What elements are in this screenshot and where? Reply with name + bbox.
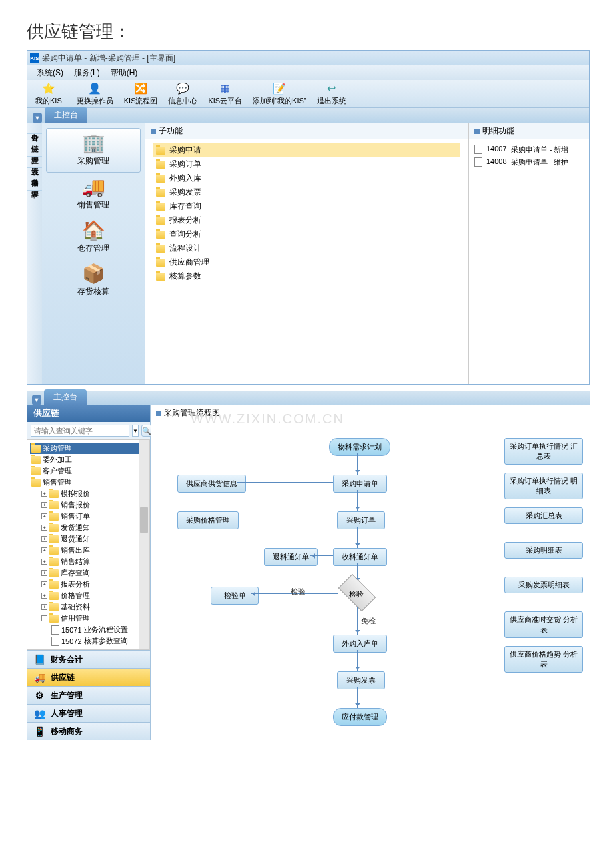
tree-node-12[interactable]: +报表分析 [30, 579, 147, 590]
tree-node-2[interactable]: 客户管理 [30, 465, 147, 477]
tree-node-16[interactable]: 15071 业务流程设置 [30, 624, 147, 635]
tree-node-11[interactable]: +库存查询 [30, 567, 147, 579]
nav-item-1[interactable]: 🚚销售管理 [42, 173, 145, 216]
app-icon: KIS [30, 53, 39, 63]
toolbar-btn-0[interactable]: ⭐我的KIS [30, 80, 67, 107]
side-report-2[interactable]: 采购汇总表 [504, 507, 583, 524]
scrollbar[interactable] [139, 440, 149, 649]
expand-icon[interactable]: + [41, 593, 47, 599]
tab-arrow-icon[interactable]: ▼ [33, 113, 42, 123]
expand-icon[interactable]: + [41, 525, 47, 531]
vtab-2[interactable]: 生产管理 [27, 145, 42, 157]
menu-help[interactable]: 帮助(H) [107, 66, 142, 80]
tree-node-3[interactable]: 销售管理 [30, 477, 147, 488]
sub-item-3[interactable]: 采购发票 [153, 185, 460, 199]
vtab-1[interactable]: 供应链 [27, 134, 42, 145]
toolbar-btn-6[interactable]: ↩退出系统 [312, 80, 352, 107]
side-report-5[interactable]: 供应商准时交货 分析表 [504, 611, 583, 638]
toolbar-btn-1[interactable]: 👤更换操作员 [71, 80, 119, 107]
sub-item-4[interactable]: 库存查询 [153, 199, 460, 213]
detail-item-1[interactable]: 14008采购申请单 - 维护 [474, 156, 584, 169]
arrow [357, 607, 358, 635]
expand-icon[interactable]: + [41, 513, 47, 519]
menu-system[interactable]: 系统(S) [33, 66, 67, 80]
sub-item-9[interactable]: 核算参数 [153, 269, 460, 283]
flow-diamond[interactable]: 检验 [338, 574, 376, 612]
expand-icon[interactable]: + [41, 547, 47, 553]
tab-main-2[interactable]: 主控台 [44, 389, 87, 405]
sub-item-2[interactable]: 外购入库 [153, 171, 460, 185]
bottom-nav-1[interactable]: 🚚供应链 [27, 668, 150, 686]
expand-icon[interactable]: + [41, 559, 47, 565]
flow-warehouse-in[interactable]: 外购入库单 [333, 635, 387, 653]
sub-item-6[interactable]: 查询分析 [153, 227, 460, 241]
expand-icon[interactable]: + [41, 570, 47, 576]
flow-invoice[interactable]: 采购发票 [337, 671, 385, 689]
tree-node-0[interactable]: 采购管理 [30, 443, 147, 454]
sub-item-1[interactable]: 采购订单 [153, 157, 460, 171]
sub-item-5[interactable]: 报表分析 [153, 213, 460, 227]
nav-item-3[interactable]: 📦存货核算 [42, 259, 145, 303]
tree-node-1[interactable]: 委外加工 [30, 454, 147, 465]
expand-icon[interactable]: + [41, 491, 47, 497]
sub-item-8[interactable]: 供应商管理 [153, 255, 460, 269]
tree-node-8[interactable]: +退货通知 [30, 533, 147, 545]
bottom-nav-2[interactable]: ⚙生产管理 [27, 686, 150, 704]
flow-supplier-info[interactable]: 供应商供货信息 [177, 475, 246, 493]
sub-item-0[interactable]: 采购申请 [153, 143, 460, 157]
vtab-4[interactable]: 移动商务 [27, 168, 42, 179]
toolbar-btn-3[interactable]: 💬信息中心 [163, 80, 203, 107]
vtab-5[interactable]: 人事管理 [27, 179, 42, 191]
bnav-icon: 📱 [33, 725, 45, 737]
bottom-nav-3[interactable]: 👥人事管理 [27, 704, 150, 722]
flow-purchase-request[interactable]: 采购申请单 [333, 475, 387, 493]
expand-icon[interactable]: + [41, 536, 47, 542]
tree-node-9[interactable]: +销售出库 [30, 545, 147, 556]
nav-item-0[interactable]: 🏢采购管理 [46, 128, 141, 173]
tree-node-14[interactable]: +基础资料 [30, 601, 147, 613]
vtab-0[interactable]: 财务会计 [27, 123, 42, 134]
side-report-0[interactable]: 采购订单执行情况 汇总表 [504, 438, 583, 465]
tree-node-10[interactable]: +销售结算 [30, 556, 147, 567]
scrollbar-thumb[interactable] [140, 507, 148, 533]
toolbar-btn-5[interactable]: 📝添加到"我的KIS" [247, 80, 312, 107]
tree-node-7[interactable]: +发货通知 [30, 522, 147, 533]
search-input[interactable] [31, 425, 129, 437]
side-report-6[interactable]: 供应商价格趋势 分析表 [504, 646, 583, 673]
tab-main[interactable]: 主控台 [45, 107, 87, 123]
side-report-4[interactable]: 采购发票明细表 [504, 577, 583, 593]
expand-icon[interactable]: + [41, 604, 47, 610]
nav-item-2[interactable]: 🏠仓存管理 [42, 216, 145, 259]
bottom-nav-4[interactable]: 📱移动商务 [27, 722, 150, 740]
flow-end[interactable]: 应付款管理 [333, 708, 387, 726]
vertical-tabs: 财务会计供应链生产管理系统设置移动商务人事管理 [27, 123, 42, 384]
search-dropdown-icon[interactable]: ▼ [132, 425, 139, 437]
side-report-3[interactable]: 采购明细表 [504, 542, 583, 559]
flow-purchase-order[interactable]: 采购订单 [337, 511, 385, 529]
toolbar-btn-2[interactable]: 🔀KIS流程图 [119, 80, 163, 107]
side-report-1[interactable]: 采购订单执行情况 明细表 [504, 473, 583, 499]
tree-node-5[interactable]: +销售报价 [30, 499, 147, 511]
tree-node-17[interactable]: 15072 核算参数查询 [30, 635, 147, 647]
tree-node-15[interactable]: -信用管理 [30, 613, 147, 624]
sub-item-7[interactable]: 流程设计 [153, 241, 460, 255]
tree-node-4[interactable]: +模拟报价 [30, 488, 147, 499]
flow-start[interactable]: 物料需求计划 [329, 438, 390, 456]
toolbar-btn-4[interactable]: ▦KIS云平台 [203, 80, 247, 107]
expand-icon[interactable]: - [41, 615, 47, 621]
tab-arrow-icon[interactable]: ▼ [32, 395, 41, 405]
flow-receive-notice[interactable]: 收料通知单 [333, 548, 387, 566]
arrow [357, 490, 358, 511]
vtab-3[interactable]: 系统设置 [27, 157, 42, 168]
bottom-nav-0[interactable]: 📘财务会计 [27, 650, 150, 668]
tree-node-13[interactable]: +价格管理 [30, 590, 147, 601]
flow-price-mgmt[interactable]: 采购价格管理 [177, 511, 239, 529]
detail-item-0[interactable]: 14007采购申请单 - 新增 [474, 143, 584, 156]
doc-icon [474, 145, 482, 154]
nav-label: 采购管理 [77, 155, 109, 167]
tree-node-6[interactable]: +销售订单 [30, 511, 147, 522]
expand-icon[interactable]: + [41, 502, 47, 508]
folder-icon [49, 569, 59, 577]
menu-service[interactable]: 服务(L) [70, 66, 104, 80]
expand-icon[interactable]: + [41, 581, 47, 587]
